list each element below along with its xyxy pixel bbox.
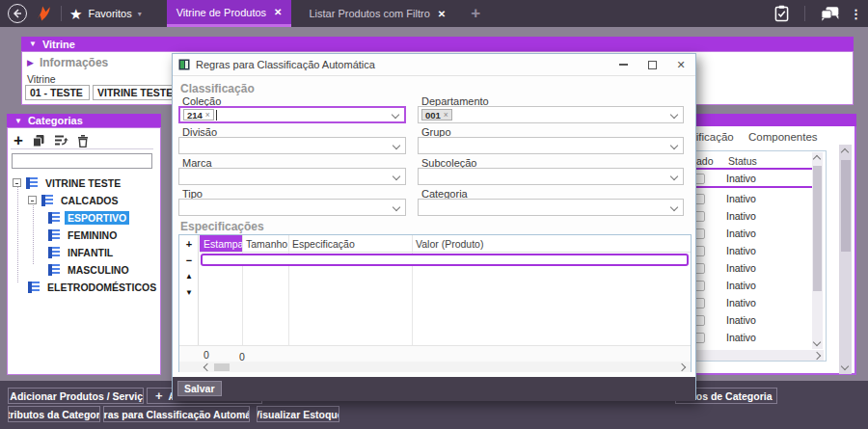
marca-combo[interactable] (178, 168, 406, 185)
tree-item-calcados[interactable]: CALCADOS (28, 193, 122, 207)
vitrine-code-input[interactable] (25, 85, 90, 100)
table-row[interactable]: Inativo (681, 294, 812, 311)
divider (11, 148, 153, 149)
departamento-combo[interactable]: 001 × (418, 106, 684, 123)
column-header-valor[interactable]: Valor (Produto) (412, 235, 691, 253)
collapse-expander-icon[interactable] (13, 178, 21, 187)
category-search-input[interactable] (12, 153, 152, 169)
status-cell: Inativo (726, 193, 756, 204)
regras-classificacao-dialog: Regras para Classificação Automática ✕ C… (172, 53, 696, 400)
adicionar-produtos-button[interactable]: + Adicionar Produtos / Serviços (8, 388, 144, 404)
categories-panel-header[interactable]: ▼ Categorias (7, 114, 161, 127)
overflow-menu-button[interactable]: ⋮ (850, 7, 862, 21)
grid-remove-row-button[interactable]: − (179, 252, 199, 268)
table-row[interactable]: Inativo (681, 259, 812, 277)
table-row[interactable]: Inativo (681, 311, 812, 329)
table-row[interactable]: Inativo (681, 329, 812, 346)
category-tree-icon (48, 264, 60, 276)
tree-item-feminino[interactable]: FEMININO (48, 228, 120, 242)
delete-category-button[interactable] (77, 134, 89, 147)
departamento-chip[interactable]: 001 × (421, 109, 452, 121)
status-cell: Inativo (726, 332, 756, 343)
grid-footer: 0 0 (179, 345, 691, 362)
tree-item-infantil[interactable]: INFANTIL (48, 245, 116, 259)
chat-bubbles-icon[interactable] (821, 6, 842, 21)
tree-item-label: CALCADOS (58, 194, 122, 207)
tab-vitrine-de-produtos[interactable]: Vitrine de Produtos ✕ (167, 0, 292, 27)
favorites-label: Favoritos (88, 8, 131, 19)
add-category-button[interactable]: + (14, 132, 23, 148)
new-tab-button[interactable]: + (471, 4, 480, 23)
chevron-down-icon (670, 111, 678, 119)
categoria-combo[interactable] (418, 199, 684, 216)
dialog-title-bar[interactable]: Regras para Classificação Automática ✕ (173, 54, 695, 76)
copy-category-button[interactable] (32, 134, 45, 147)
informacoes-section[interactable]: ▶ Informações (27, 56, 108, 69)
atributos-da-categoria-button[interactable]: Atributos da Categoria (8, 406, 100, 422)
save-button[interactable]: Salvar (177, 381, 222, 396)
grid-move-down-button[interactable]: ▼ (179, 284, 199, 301)
tab-label: Listar Produtos com Filtro (309, 8, 429, 19)
close-tab-icon[interactable]: ✕ (438, 9, 446, 19)
grid-move-up-button[interactable]: ▲ (179, 268, 199, 284)
column-header-especificacao[interactable]: Especificação (288, 235, 412, 253)
table-row[interactable]: Inativo (681, 190, 812, 207)
close-button[interactable]: ✕ (666, 54, 695, 76)
visualizar-estoque-button[interactable]: Visualizar Estoque (257, 406, 339, 422)
tab-especificacao[interactable]: cificação (691, 131, 734, 143)
tipo-combo[interactable] (178, 199, 406, 216)
status-cell: Inativo (726, 173, 756, 184)
regras-classificacao-button[interactable]: Regras para Classificação Automática (103, 406, 250, 422)
grid-selected-row[interactable] (201, 254, 689, 266)
grupo-combo[interactable] (418, 137, 684, 154)
dialog-app-icon (178, 59, 190, 70)
table-row[interactable]: Inativo (681, 225, 812, 242)
minimize-button[interactable] (609, 54, 637, 76)
table-row[interactable]: Inativo (681, 207, 812, 225)
dialog-footer: Salvar (173, 377, 695, 401)
grid-add-row-button[interactable]: + (179, 235, 199, 252)
category-tree-icon (48, 247, 60, 258)
tree-move-icon (54, 134, 68, 147)
tree-item-esportivo[interactable]: ESPORTIVO (48, 210, 129, 225)
divisao-combo[interactable] (178, 137, 406, 154)
colecao-chip[interactable]: 214 × (183, 109, 214, 121)
column-header-status[interactable]: Status (728, 155, 757, 167)
tree-item-masculino[interactable]: MASCULINO (48, 262, 132, 277)
column-header-estampa[interactable]: Estampa (200, 235, 242, 253)
column-header-ado[interactable]: ado (696, 155, 714, 167)
tree-item-label: MASCULINO (65, 263, 132, 277)
tab-componentes[interactable]: Componentes (748, 131, 818, 143)
favorites-button[interactable]: ★ Favoritos ▾ (69, 7, 142, 21)
button-label: Adicionar Produtos / Serviços (10, 390, 144, 402)
chip-value: 001 (425, 110, 441, 121)
informacoes-label: Informações (40, 56, 108, 69)
maximize-button[interactable] (637, 54, 666, 76)
column-header-tamanho[interactable]: Tamanho (242, 235, 288, 253)
colecao-combo[interactable]: 214 × (178, 106, 406, 123)
close-tab-icon[interactable]: ✕ (274, 7, 282, 17)
vitrine-field-label: Vitrine (27, 73, 56, 85)
chevron-down-icon (670, 173, 678, 180)
status-cell: Inativo (726, 297, 756, 308)
table-row[interactable]: Inativo (681, 277, 812, 294)
chip-remove-icon[interactable]: × (444, 110, 448, 120)
grid-horizontal-scrollbar[interactable] (179, 362, 691, 372)
grid-horizontal-scrollbar[interactable] (681, 350, 824, 361)
table-row[interactable]: Inativo (681, 242, 812, 259)
tree-connector (17, 184, 18, 282)
chevron-down-icon (670, 142, 678, 149)
tree-item-eletrodomesticos[interactable]: ELETRODOMÉSTICOS (28, 280, 159, 294)
clipboard-check-icon[interactable] (774, 5, 789, 22)
tab-listar-produtos[interactable]: Listar Produtos com Filtro ✕ (299, 0, 455, 27)
move-category-button[interactable] (54, 134, 68, 147)
collapse-expander-icon[interactable] (28, 196, 37, 204)
back-button[interactable] (8, 4, 27, 23)
tree-item-vitrine-teste[interactable]: VITRINE TESTE (13, 175, 123, 190)
vitrine-panel-header[interactable]: ▼ Vitrine (21, 37, 854, 51)
panel-vertical-scrollbar[interactable] (839, 145, 852, 374)
subcolecao-combo[interactable] (418, 168, 684, 185)
chip-remove-icon[interactable]: × (205, 110, 210, 120)
table-row-selected[interactable]: Inativo (681, 171, 812, 188)
grid-vertical-scrollbar[interactable] (812, 152, 823, 349)
